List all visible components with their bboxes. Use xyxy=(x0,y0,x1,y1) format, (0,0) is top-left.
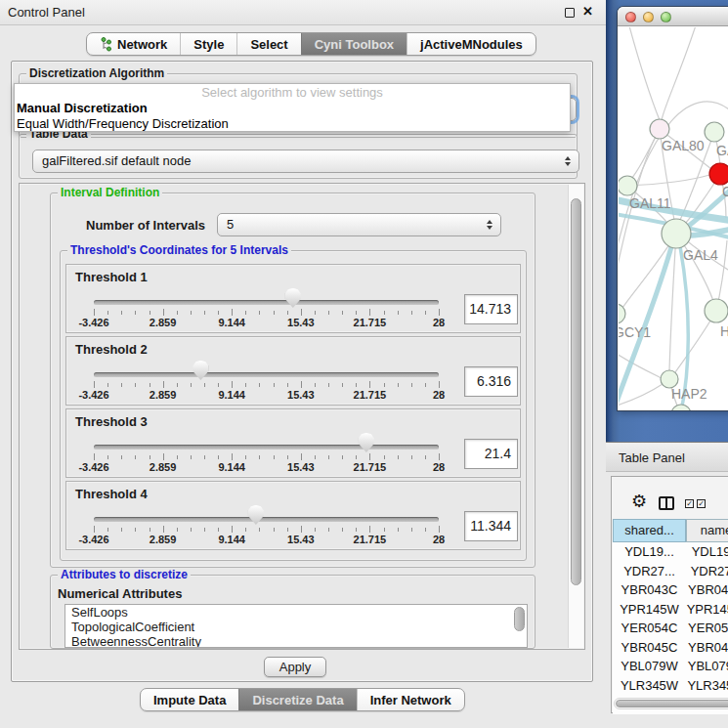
thresholds-group-title: Threshold's Coordinates for 5 Intervals xyxy=(67,243,291,257)
table-row[interactable]: YBR043CYBR043C xyxy=(613,580,728,600)
slider-track[interactable] xyxy=(94,445,439,450)
zoom-traffic-light-icon[interactable] xyxy=(661,12,671,22)
slider-thumb[interactable] xyxy=(193,361,208,380)
table-cell[interactable]: YLR345W xyxy=(686,676,728,696)
network-node[interactable] xyxy=(671,405,691,410)
slider-tick xyxy=(259,383,260,387)
network-canvas[interactable]: GAL80GACGAL11GAL4GCY1HHAP2 xyxy=(619,27,728,410)
slider-tick xyxy=(315,311,316,315)
algorithm-option[interactable]: Equal Width/Frequency Discretization xyxy=(15,116,570,132)
table-cell[interactable]: YBL079W xyxy=(613,657,686,676)
table-cell[interactable]: YPR145W xyxy=(686,600,728,620)
network-node-gal80[interactable] xyxy=(650,119,669,139)
threshold-value-field[interactable]: 21.4 xyxy=(464,439,518,469)
slider-tick xyxy=(398,455,399,459)
network-node-label: GA xyxy=(716,143,728,158)
slider-tick xyxy=(135,455,136,459)
vertical-scrollbar[interactable] xyxy=(568,185,583,648)
slider-thumb[interactable] xyxy=(285,288,301,308)
slider-tick xyxy=(150,528,150,532)
algorithm-option[interactable]: Manual Discretization xyxy=(15,101,570,116)
tab-impute-data[interactable]: Impute Data xyxy=(141,689,238,710)
slider-tick xyxy=(439,309,440,316)
threshold-value-field[interactable]: 11.344 xyxy=(464,511,518,541)
tab-select[interactable]: Select xyxy=(236,33,300,55)
threshold-value-field[interactable]: 6.316 xyxy=(464,366,518,397)
network-node-gcy1[interactable] xyxy=(619,304,625,323)
close-icon[interactable]: ✕ xyxy=(582,4,593,19)
float-window-icon[interactable] xyxy=(565,8,575,18)
network-node-h[interactable] xyxy=(705,299,728,322)
slider-tick xyxy=(301,453,302,460)
slider-track[interactable] xyxy=(94,372,439,377)
table-toolbar: ⚙ ✓ ✓ xyxy=(612,477,728,518)
column-header[interactable]: shared... xyxy=(613,519,686,542)
network-edge[interactable] xyxy=(619,384,663,407)
numerical-attributes-list[interactable]: SelfLoopsTopologicalCoefficientBetweenne… xyxy=(64,604,528,648)
threshold-value-field[interactable]: 14.713 xyxy=(464,294,518,324)
checkbox-icon[interactable]: ✓ xyxy=(685,499,694,508)
table-cell[interactable]: YBL079W xyxy=(686,657,728,676)
attribute-item[interactable]: BetweennessCentrality xyxy=(65,634,527,648)
table-cell[interactable]: YLR345W xyxy=(613,676,686,696)
table-row[interactable]: YLR345WYLR345W xyxy=(613,676,728,696)
network-node-gal11[interactable] xyxy=(619,176,637,195)
table-cell[interactable]: YER054C xyxy=(613,619,686,638)
network-edge[interactable] xyxy=(662,27,697,120)
minimize-traffic-light-icon[interactable] xyxy=(643,12,654,22)
table-cell[interactable]: YDR27... xyxy=(613,562,686,581)
tab-infer-network[interactable]: Infer Network xyxy=(357,689,464,710)
table-cell[interactable]: YBR043C xyxy=(613,580,686,600)
slider-tick xyxy=(398,311,399,315)
table-cell[interactable]: YDL19... xyxy=(686,542,728,562)
table-row[interactable]: YPR145WYPR145W xyxy=(613,600,728,620)
close-traffic-light-icon[interactable] xyxy=(625,12,636,22)
attributes-scrollbar[interactable] xyxy=(514,607,525,646)
table-cell[interactable]: YER054C xyxy=(686,619,728,638)
network-node-c[interactable] xyxy=(709,163,728,185)
scrollbar-thumb[interactable] xyxy=(571,198,581,585)
slider-thumb[interactable] xyxy=(359,433,374,452)
slider-thumb[interactable] xyxy=(248,505,264,525)
tab-network[interactable]: Network xyxy=(87,33,180,55)
thresholds-group: Threshold's Coordinates for 5 Intervals … xyxy=(60,250,527,561)
table-row[interactable]: YBR045CYBR045C xyxy=(613,638,728,658)
tab-style[interactable]: Style xyxy=(180,33,236,55)
network-edge[interactable] xyxy=(628,27,660,120)
number-of-intervals-combobox[interactable]: 5 xyxy=(217,213,501,236)
gear-icon[interactable]: ⚙ xyxy=(631,492,647,510)
attribute-item[interactable]: SelfLoops xyxy=(65,605,527,620)
table-cell[interactable]: YDR27... xyxy=(686,562,728,581)
tab-label: Cyni Toolbox xyxy=(315,37,394,52)
slider-track[interactable] xyxy=(94,300,439,305)
horizontal-scrollbar[interactable] xyxy=(614,698,728,709)
network-node-gal4[interactable] xyxy=(662,219,691,248)
tab-discretize-data[interactable]: Discretize Data xyxy=(238,689,356,710)
tab-jactivemnodules[interactable]: jActiveMNodules xyxy=(407,33,535,55)
apply-button[interactable]: Apply xyxy=(264,657,326,677)
table-data-combobox[interactable]: galFiltered.sif default node xyxy=(32,150,579,173)
table-cell[interactable]: YBR045C xyxy=(686,638,728,658)
table-cell[interactable]: YBR045C xyxy=(613,638,686,658)
attributes-group: Attributes to discretize Numerical Attri… xyxy=(50,575,535,649)
table-row[interactable]: YDL19...YDL19... xyxy=(613,542,728,562)
attribute-item[interactable]: TopologicalCoefficient xyxy=(65,620,527,634)
column-header[interactable]: name xyxy=(686,519,728,542)
split-columns-icon[interactable] xyxy=(659,496,674,510)
checkbox-icon[interactable]: ✓ xyxy=(697,499,706,508)
table-cell[interactable]: YPR145W xyxy=(613,600,686,620)
table-row[interactable]: YBL079WYBL079W xyxy=(613,657,728,676)
table-cell[interactable]: YDL19... xyxy=(613,542,686,562)
settings-scroll-area: Interval Definition Number of Intervals … xyxy=(19,183,585,650)
table-row[interactable]: YER054CYER054C xyxy=(613,619,728,638)
tab-cyni-toolbox[interactable]: Cyni Toolbox xyxy=(301,33,407,55)
scrollbar-thumb[interactable] xyxy=(514,607,525,631)
table-cell[interactable]: YBR043C xyxy=(686,580,728,600)
slider-tick xyxy=(274,383,275,387)
network-node-ga[interactable] xyxy=(705,122,724,142)
slider-tick xyxy=(191,311,192,315)
slider-tick xyxy=(369,526,370,533)
scrollbar-thumb[interactable] xyxy=(616,700,728,707)
table-row[interactable]: YDR27...YDR27... xyxy=(613,562,728,581)
slider-track[interactable] xyxy=(94,517,439,522)
